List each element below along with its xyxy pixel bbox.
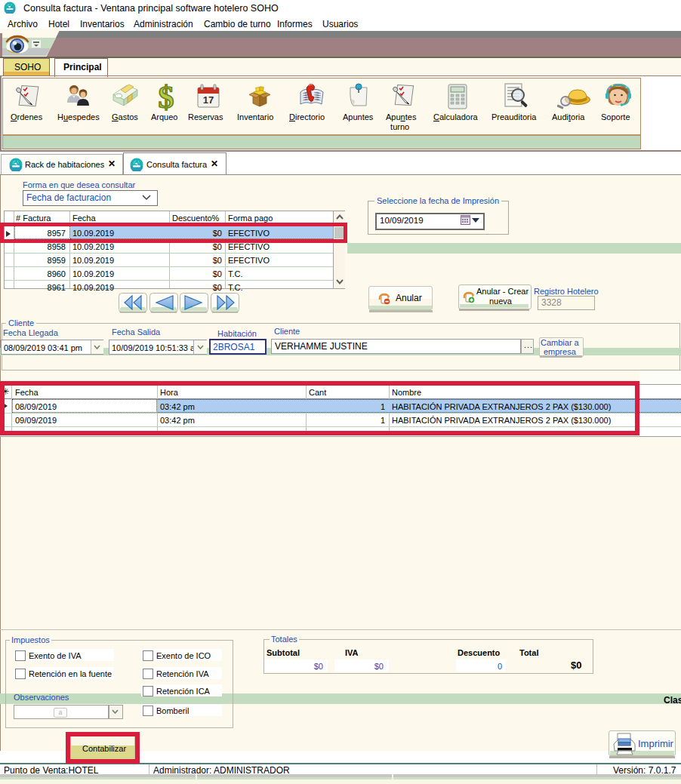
- svg-text:17: 17: [203, 94, 214, 106]
- svg-text:$: $: [159, 80, 174, 113]
